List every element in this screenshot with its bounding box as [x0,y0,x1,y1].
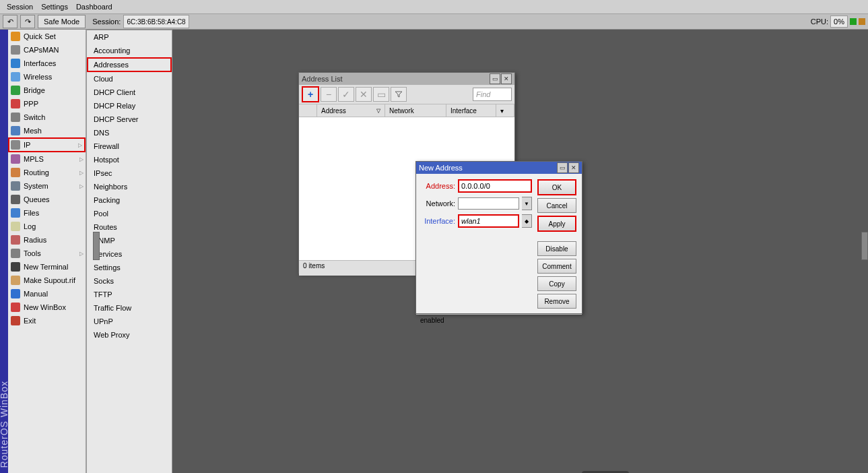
sidebar-label: Interfaces [24,59,56,67]
remove-button[interactable]: Remove [537,294,576,309]
address-list-titlebar[interactable]: Address List ▭ ✕ [299,73,514,85]
submenu-item-dhcp-server[interactable]: DHCP Server [87,113,172,126]
sidebar-label: Routing [24,168,49,177]
submenu-item-firewall[interactable]: Firewall [87,139,172,153]
menu-settings[interactable]: Settings [41,3,68,11]
edge-handle-left[interactable] [93,232,100,260]
sidebar-label: Radius [24,236,46,244]
interface-dropdown[interactable]: ◆ [522,214,532,228]
submenu-item-ipsec[interactable]: IPsec [87,166,172,180]
col-interface[interactable]: Interface [446,104,496,117]
submenu-item-addresses[interactable]: Addresses [87,57,172,72]
new-address-window: New Address ▭ ✕ Address: 0.0.0.0/0 Netwo… [415,161,582,314]
apply-button[interactable]: Apply [537,216,576,232]
sidebar-icon [11,113,20,122]
new-address-titlebar[interactable]: New Address ▭ ✕ [416,162,582,174]
sidebar-item-quick-set[interactable]: Quick Set [8,30,86,43]
comment-button[interactable]: ▭ [373,87,389,102]
submenu-item-upnp[interactable]: UPnP [87,315,172,328]
safe-mode-button[interactable]: Safe Mode [38,15,86,28]
network-label: Network: [422,199,455,208]
sidebar-item-mpls[interactable]: MPLS▷ [8,152,86,166]
network-input[interactable] [458,197,519,210]
cpu-label: CPU: [811,18,828,26]
sidebar-item-switch[interactable]: Switch [8,111,86,124]
sidebar-label: Queues [24,195,50,203]
sidebar-label: Mesh [24,127,42,135]
submenu-item-arp[interactable]: ARP [87,30,172,44]
sidebar-label: Wireless [24,73,52,81]
disable-button[interactable]: Disable [537,241,576,256]
sidebar-item-new-terminal[interactable]: New Terminal [8,260,86,274]
sidebar-icon [11,45,20,55]
close-icon[interactable]: ✕ [501,73,512,84]
minimize-icon[interactable]: ▭ [490,73,500,84]
interface-label: Interface: [422,217,455,225]
sidebar-item-log[interactable]: Log [8,220,86,233]
filter-button[interactable] [391,87,407,102]
chevron-right-icon: ▷ [79,170,84,176]
submenu-item-hotspot[interactable]: Hotspot [87,153,172,166]
col-flag[interactable] [299,104,317,117]
edge-handle-right[interactable] [861,232,868,260]
submenu-item-dhcp-client[interactable]: DHCP Client [87,86,172,99]
sidebar-item-bridge[interactable]: Bridge [8,84,86,97]
submenu-item-packing[interactable]: Packing [87,193,172,207]
submenu-item-accounting[interactable]: Accounting [87,44,172,57]
find-input[interactable]: Find [473,88,512,101]
submenu-item-cloud[interactable]: Cloud [87,72,172,86]
menu-session[interactable]: Session [7,3,33,11]
undo-button[interactable]: ↶ [3,15,18,28]
address-input[interactable]: 0.0.0.0/0 [458,179,532,193]
sidebar-label: CAPsMAN [24,46,59,54]
submenu-item-neighbors[interactable]: Neighbors [87,180,172,193]
submenu-item-socks[interactable]: Socks [87,274,172,288]
submenu-item-tftp[interactable]: TFTP [87,288,172,301]
sidebar-label: System [24,182,48,190]
submenu-item-dhcp-relay[interactable]: DHCP Relay [87,99,172,113]
enable-button[interactable]: ✓ [338,87,354,102]
submenu-item-web-proxy[interactable]: Web Proxy [87,328,172,342]
sidebar-item-tools[interactable]: Tools▷ [8,247,86,260]
redo-button[interactable]: ↷ [20,15,35,28]
submenu-item-settings[interactable]: Settings [87,261,172,274]
sidebar-item-make-supout.rif[interactable]: Make Supout.rif [8,274,86,287]
sidebar-item-files[interactable]: Files [8,206,86,220]
sidebar-item-new-winbox[interactable]: New WinBox [8,301,86,314]
submenu-item-traffic-flow[interactable]: Traffic Flow [87,301,172,315]
menu-dashboard[interactable]: Dashboard [76,3,112,11]
network-dropdown[interactable]: ▼ [522,197,532,210]
sidebar-item-routing[interactable]: Routing▷ [8,166,86,179]
sidebar-item-queues[interactable]: Queues [8,193,86,206]
copy-button[interactable]: Copy [537,276,576,291]
sidebar-item-mesh[interactable]: Mesh [8,124,86,137]
col-address[interactable]: Address▽ [317,104,385,117]
sidebar-icon [11,195,20,204]
sidebar-item-exit[interactable]: Exit [8,314,86,327]
sidebar-item-capsman[interactable]: CAPsMAN [8,43,86,57]
sidebar-icon [11,59,20,68]
submenu-item-dns[interactable]: DNS [87,126,172,139]
interface-input[interactable]: wlan1 [458,214,519,228]
ok-button[interactable]: OK [537,179,576,195]
sidebar-item-manual[interactable]: Manual [8,287,86,301]
sidebar-item-interfaces[interactable]: Interfaces [8,57,86,70]
sidebar-item-ip[interactable]: IP▷ [8,137,86,152]
col-menu[interactable]: ▾ [496,104,514,117]
cancel-button[interactable]: Cancel [537,198,576,213]
sidebar-item-radius[interactable]: Radius [8,233,86,247]
add-button[interactable]: + [302,86,319,102]
sidebar-item-wireless[interactable]: Wireless [8,70,86,84]
remove-button[interactable]: − [321,87,337,102]
submenu-item-pool[interactable]: Pool [87,207,172,220]
menubar: Session Settings Dashboard [0,0,868,14]
col-network[interactable]: Network [385,104,446,117]
comment-button[interactable]: Comment [537,259,576,274]
sidebar-item-ppp[interactable]: PPP [8,97,86,111]
sidebar-item-system[interactable]: System▷ [8,179,86,193]
sidebar-icon [11,316,20,325]
minimize-icon[interactable]: ▭ [557,162,568,173]
disable-button[interactable]: ✕ [356,87,372,102]
chevron-right-icon: ▷ [79,183,84,189]
close-icon[interactable]: ✕ [568,162,579,173]
